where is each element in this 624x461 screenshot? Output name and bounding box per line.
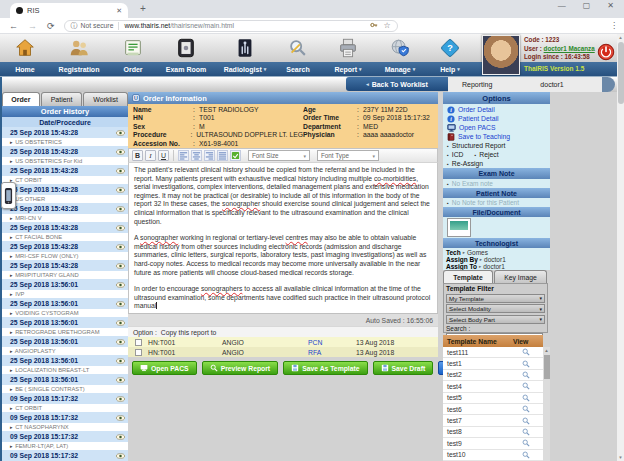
help-icon[interactable]: ?: [426, 34, 474, 62]
floating-clipboard-icon[interactable]: [1, 182, 16, 209]
file-document-thumbnail[interactable]: [447, 218, 471, 237]
bold-button[interactable]: B: [132, 150, 143, 161]
minimize-button[interactable]: —: [558, 1, 566, 10]
eye-icon[interactable]: [116, 130, 125, 136]
history-date-row[interactable]: 09 Sep 2018 15:17:32: [2, 393, 128, 404]
template-row[interactable]: test1: [443, 358, 543, 369]
template-row[interactable]: test6: [443, 404, 543, 415]
option-re-assign[interactable]: ▪Re-Assign: [443, 159, 550, 168]
history-date-row[interactable]: 25 Sep 2018 15:43:28: [2, 184, 128, 195]
my-template-select[interactable]: My Template▾: [446, 294, 545, 303]
history-procedure-row[interactable]: ▸ CT ORBIT: [2, 404, 128, 412]
nav-report[interactable]: Report▾: [322, 62, 374, 76]
view-magnifier-icon[interactable]: [513, 405, 539, 413]
history-procedure-row[interactable]: ▸ IVP: [2, 290, 128, 298]
history-date-row[interactable]: 25 Sep 2018 13:56:01: [2, 317, 128, 328]
eye-icon[interactable]: [116, 206, 125, 212]
eye-icon[interactable]: [116, 377, 125, 383]
option-order-detail[interactable]: iOrder Detail: [443, 105, 550, 114]
history-procedure-row[interactable]: ▸ VOIDING CYSTOGRAM: [2, 309, 128, 317]
exam-room-icon[interactable]: [156, 34, 216, 62]
history-date-row[interactable]: 25 Sep 2018 13:56:01: [2, 336, 128, 347]
view-magnifier-icon[interactable]: [513, 451, 539, 459]
template-row[interactable]: test4: [443, 381, 543, 392]
eye-icon[interactable]: [116, 168, 125, 174]
view-magnifier-icon[interactable]: [513, 360, 539, 368]
history-procedure-row[interactable]: ▸ US OBSTETRICS For Kid: [2, 157, 128, 165]
template-row[interactable]: test5: [443, 393, 543, 404]
history-date-row[interactable]: 25 Sep 2018 15:43:28: [2, 260, 128, 271]
history-date-row[interactable]: 09 Sep 2018 15:17:32: [2, 412, 128, 423]
eye-icon[interactable]: [116, 320, 125, 326]
align-center-icon[interactable]: [191, 150, 202, 161]
history-date-row[interactable]: 09 Sep 2018 15:17:32: [2, 431, 128, 442]
scroll-down-icon[interactable]: ▼: [617, 455, 624, 460]
copy-target-link[interactable]: RFA: [308, 349, 356, 356]
save-as-template-button[interactable]: Save As Template: [283, 361, 367, 375]
eye-icon[interactable]: [116, 415, 125, 421]
new-tab-button[interactable]: +: [140, 3, 146, 14]
tab-patient[interactable]: Patient: [41, 92, 83, 106]
history-date-row[interactable]: 25 Sep 2018 13:56:01: [2, 355, 128, 366]
tab-close-icon[interactable]: ✕: [116, 7, 122, 15]
scrollbar-thumb[interactable]: [544, 355, 550, 379]
scroll-up-icon[interactable]: ▲: [617, 35, 624, 40]
history-date-row[interactable]: 25 Sep 2018 15:43:28: [2, 146, 128, 157]
history-procedure-row[interactable]: ▸ MRI-CN V: [2, 214, 128, 222]
history-date-row[interactable]: 25 Sep 2018 13:56:01: [2, 279, 128, 290]
tab-key-image[interactable]: Key Image: [494, 270, 547, 283]
history-date-row[interactable]: 25 Sep 2018 15:43:28: [2, 222, 128, 233]
view-magnifier-icon[interactable]: [513, 348, 539, 356]
view-magnifier-icon[interactable]: [513, 371, 539, 379]
scroll-up-icon[interactable]: ▲: [543, 348, 550, 353]
nav-registration[interactable]: Registration: [48, 62, 110, 76]
tab-doctor1[interactable]: doctor1: [540, 81, 563, 88]
bookmark-star-icon[interactable]: ☆: [383, 21, 390, 30]
history-procedure-row[interactable]: ▸ CT NASOPHARYNX: [2, 423, 128, 431]
history-procedure-row[interactable]: ▸ MRI-CSF FLOW (ONLY): [2, 252, 128, 260]
template-row[interactable]: test10: [443, 450, 543, 461]
history-date-row[interactable]: 25 Sep 2018 15:43:28: [2, 203, 128, 214]
eye-icon[interactable]: [116, 187, 125, 193]
nav-home[interactable]: Home: [2, 62, 48, 76]
history-procedure-row[interactable]: ▸ RETROGRADE URETHOGRAM: [2, 328, 128, 336]
align-justify-icon[interactable]: [217, 150, 228, 161]
radiologist-icon[interactable]: [216, 34, 274, 62]
browser-tab[interactable]: RIS ✕: [10, 3, 128, 18]
history-date-row[interactable]: 25 Sep 2018 13:56:01: [2, 374, 128, 385]
eye-icon[interactable]: [116, 225, 125, 231]
registration-icon[interactable]: [48, 34, 110, 62]
option-structured-report[interactable]: ▪Structured Report: [443, 141, 550, 150]
italic-button[interactable]: I: [145, 150, 156, 161]
template-row[interactable]: test8: [443, 427, 543, 438]
eye-icon[interactable]: [116, 301, 125, 307]
preview-report-button[interactable]: Preview Report: [202, 361, 278, 375]
page-scrollbar[interactable]: ▲ ▼: [617, 34, 624, 461]
underline-button[interactable]: U: [158, 150, 169, 161]
home-icon[interactable]: [2, 34, 48, 62]
eye-icon[interactable]: [116, 263, 125, 269]
save-draft-button[interactable]: Save Draft: [373, 361, 434, 375]
history-date-row[interactable]: 25 Sep 2018 15:43:28: [2, 241, 128, 252]
history-procedure-row[interactable]: ▸ MRI/PITUITARY GLAND: [2, 271, 128, 279]
select-modality-select[interactable]: Select Modality▾: [446, 304, 545, 313]
history-procedure-row[interactable]: ▸ CT ORBIT: [2, 176, 128, 184]
maximize-button[interactable]: ▢: [583, 1, 591, 10]
copy-report-checkbox[interactable]: [135, 339, 142, 346]
view-magnifier-icon[interactable]: [513, 428, 539, 436]
user-name-link[interactable]: doctor1 Macanza: [544, 45, 595, 52]
logout-power-button[interactable]: [597, 43, 615, 61]
template-scrollbar[interactable]: ▲: [543, 347, 550, 461]
eye-icon[interactable]: [116, 149, 125, 155]
spellcheck-icon[interactable]: [230, 150, 241, 161]
option-save-to-teaching[interactable]: Save to Teaching: [443, 132, 550, 141]
font-type-select[interactable]: Font Type▾: [317, 150, 379, 161]
eye-icon[interactable]: [116, 396, 125, 402]
template-row[interactable]: test7: [443, 415, 543, 426]
view-magnifier-icon[interactable]: [513, 417, 539, 425]
key-icon[interactable]: [370, 21, 378, 30]
open-pacs-button[interactable]: Open PACS: [132, 361, 197, 375]
align-right-icon[interactable]: [204, 150, 215, 161]
view-magnifier-icon[interactable]: [513, 382, 539, 390]
option-open-pacs[interactable]: Open PACS: [443, 123, 550, 132]
